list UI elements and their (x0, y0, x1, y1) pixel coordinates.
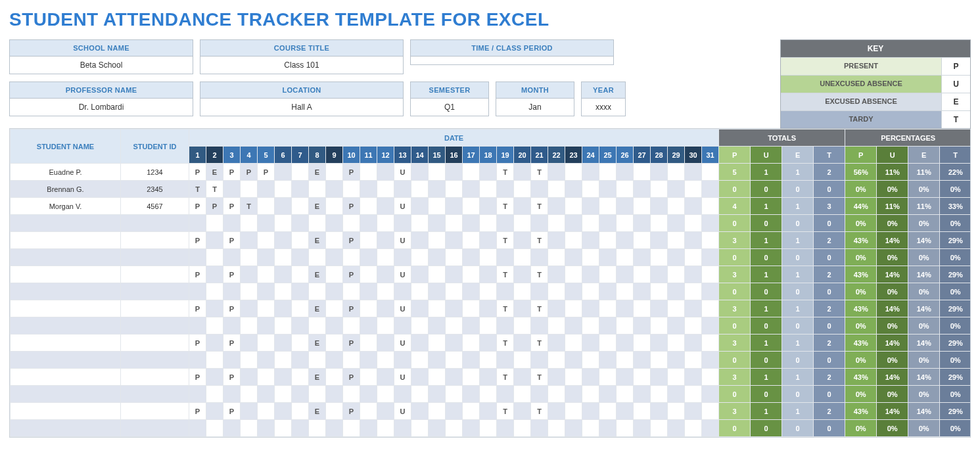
attendance-cell[interactable]: T (531, 198, 548, 215)
attendance-cell[interactable] (429, 198, 446, 215)
attendance-cell[interactable] (377, 266, 394, 283)
attendance-cell[interactable] (599, 198, 617, 215)
attendance-cell[interactable] (258, 386, 275, 403)
attendance-cell[interactable] (582, 181, 599, 198)
attendance-cell[interactable] (599, 232, 617, 249)
attendance-cell[interactable] (446, 335, 463, 352)
attendance-cell[interactable] (446, 249, 463, 266)
attendance-cell[interactable] (241, 232, 258, 249)
attendance-cell[interactable] (599, 386, 617, 403)
attendance-cell[interactable] (326, 232, 343, 249)
student-id-cell[interactable] (121, 300, 189, 317)
student-id-cell[interactable] (121, 386, 189, 403)
attendance-cell[interactable] (326, 300, 343, 317)
attendance-cell[interactable]: U (394, 403, 411, 420)
attendance-cell[interactable] (702, 232, 719, 249)
attendance-cell[interactable] (206, 335, 223, 352)
attendance-cell[interactable] (634, 198, 651, 215)
attendance-cell[interactable] (377, 300, 394, 317)
attendance-cell[interactable] (377, 215, 394, 232)
attendance-cell[interactable] (275, 352, 292, 369)
attendance-cell[interactable] (189, 386, 206, 403)
attendance-cell[interactable] (582, 335, 599, 352)
attendance-cell[interactable] (463, 300, 480, 317)
attendance-cell[interactable] (223, 420, 241, 437)
attendance-cell[interactable] (275, 266, 292, 283)
attendance-cell[interactable] (480, 266, 497, 283)
attendance-cell[interactable] (599, 283, 617, 300)
attendance-cell[interactable] (514, 317, 531, 335)
attendance-cell[interactable] (463, 369, 480, 386)
attendance-cell[interactable]: P (223, 403, 241, 420)
attendance-cell[interactable] (514, 403, 531, 420)
attendance-cell[interactable] (326, 215, 343, 232)
attendance-cell[interactable] (599, 369, 617, 386)
attendance-cell[interactable] (429, 420, 446, 437)
attendance-cell[interactable] (429, 403, 446, 420)
attendance-cell[interactable] (702, 181, 719, 198)
attendance-cell[interactable] (599, 420, 617, 437)
attendance-cell[interactable] (360, 352, 377, 369)
attendance-cell[interactable] (292, 300, 309, 317)
attendance-cell[interactable] (497, 420, 514, 437)
attendance-cell[interactable] (565, 335, 582, 352)
attendance-cell[interactable] (258, 317, 275, 335)
attendance-cell[interactable]: T (531, 403, 548, 420)
attendance-cell[interactable] (429, 300, 446, 317)
attendance-cell[interactable] (685, 403, 702, 420)
attendance-cell[interactable]: T (531, 266, 548, 283)
attendance-cell[interactable] (411, 420, 429, 437)
attendance-cell[interactable]: T (189, 181, 206, 198)
attendance-cell[interactable] (446, 369, 463, 386)
attendance-cell[interactable] (258, 335, 275, 352)
attendance-cell[interactable]: U (394, 232, 411, 249)
attendance-cell[interactable] (548, 352, 565, 369)
attendance-cell[interactable] (651, 232, 668, 249)
attendance-cell[interactable]: P (343, 335, 360, 352)
attendance-cell[interactable]: T (531, 335, 548, 352)
attendance-cell[interactable] (326, 403, 343, 420)
attendance-cell[interactable] (531, 352, 548, 369)
attendance-cell[interactable] (668, 198, 685, 215)
attendance-cell[interactable] (497, 249, 514, 266)
attendance-cell[interactable] (446, 403, 463, 420)
attendance-cell[interactable] (275, 283, 292, 300)
attendance-cell[interactable] (565, 300, 582, 317)
attendance-cell[interactable]: P (223, 198, 241, 215)
attendance-cell[interactable] (223, 317, 241, 335)
attendance-cell[interactable] (241, 215, 258, 232)
attendance-cell[interactable]: P (343, 403, 360, 420)
student-id-cell[interactable]: 1234 (121, 164, 189, 181)
attendance-cell[interactable] (668, 181, 685, 198)
attendance-cell[interactable] (651, 317, 668, 335)
attendance-cell[interactable] (429, 215, 446, 232)
attendance-cell[interactable] (497, 352, 514, 369)
attendance-cell[interactable] (651, 403, 668, 420)
attendance-cell[interactable] (258, 352, 275, 369)
attendance-cell[interactable] (634, 386, 651, 403)
student-name-cell[interactable] (11, 317, 121, 335)
attendance-cell[interactable] (360, 266, 377, 283)
attendance-cell[interactable] (463, 249, 480, 266)
attendance-cell[interactable] (480, 300, 497, 317)
attendance-cell[interactable] (429, 249, 446, 266)
student-name-cell[interactable]: Brennan G. (11, 181, 121, 198)
attendance-cell[interactable] (565, 249, 582, 266)
attendance-cell[interactable] (463, 232, 480, 249)
attendance-cell[interactable] (223, 215, 241, 232)
student-id-cell[interactable] (121, 266, 189, 283)
attendance-cell[interactable] (429, 317, 446, 335)
attendance-cell[interactable] (668, 369, 685, 386)
student-id-cell[interactable] (121, 420, 189, 437)
attendance-cell[interactable] (599, 403, 617, 420)
attendance-cell[interactable] (634, 352, 651, 369)
attendance-cell[interactable]: P (343, 198, 360, 215)
attendance-cell[interactable]: U (394, 198, 411, 215)
attendance-cell[interactable] (258, 198, 275, 215)
attendance-cell[interactable]: P (223, 369, 241, 386)
attendance-cell[interactable] (548, 232, 565, 249)
attendance-cell[interactable] (292, 181, 309, 198)
attendance-cell[interactable] (702, 352, 719, 369)
attendance-cell[interactable] (343, 181, 360, 198)
attendance-cell[interactable] (360, 249, 377, 266)
